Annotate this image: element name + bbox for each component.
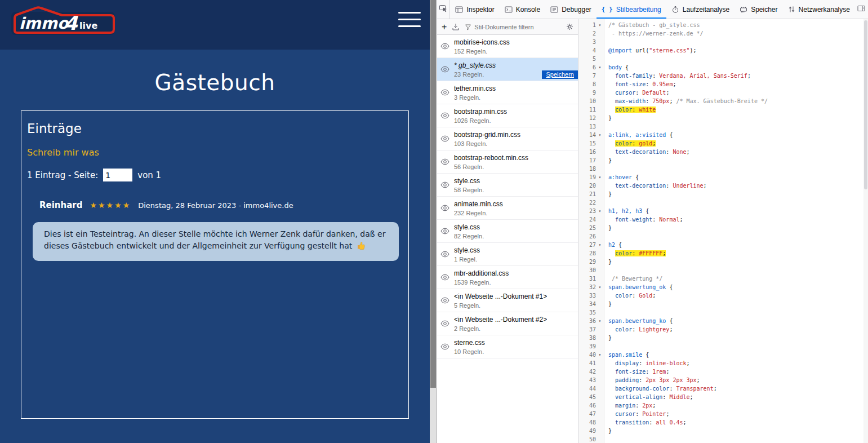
- pick-element-button[interactable]: [437, 0, 450, 19]
- code-editor[interactable]: 1▾23456▾7891011121314▾1516171819▾2021222…: [578, 19, 868, 443]
- code-line[interactable]: color: gold;: [608, 139, 868, 148]
- code-line[interactable]: }: [608, 300, 868, 308]
- visibility-eye-icon[interactable]: [440, 251, 449, 258]
- visibility-eye-icon[interactable]: [440, 320, 449, 327]
- visibility-eye-icon[interactable]: [440, 158, 449, 165]
- page-scrollbar[interactable]: [430, 0, 437, 443]
- tab-konsole[interactable]: Konsole: [500, 0, 545, 19]
- code-line[interactable]: - https://werner-zenk.de */: [608, 29, 868, 38]
- code-line[interactable]: transition: all 0.4s;: [608, 418, 868, 427]
- code-line[interactable]: /* Gästebuch - gb_style.css: [608, 21, 868, 29]
- code-line[interactable]: color: Gold;: [608, 291, 868, 300]
- code-line[interactable]: color: Lightgrey;: [608, 325, 868, 334]
- editor-scrollbar[interactable]: [863, 19, 868, 443]
- code-line[interactable]: [608, 435, 868, 443]
- page-scrollbar-thumb[interactable]: [430, 0, 436, 388]
- tab-speicher[interactable]: Speicher: [735, 0, 782, 19]
- visibility-eye-icon[interactable]: [440, 228, 449, 234]
- stylesheet-item[interactable]: mobirise-icons.css152 Regeln.: [437, 35, 578, 58]
- add-stylesheet-button[interactable]: +: [442, 23, 447, 32]
- editor-scrollbar-thumb[interactable]: [864, 20, 867, 189]
- fold-arrow-icon[interactable]: ▾: [596, 351, 604, 359]
- visibility-eye-icon[interactable]: [440, 135, 449, 142]
- code-line[interactable]: background-color: Transparent;: [608, 384, 868, 393]
- code-line[interactable]: [608, 198, 868, 207]
- stylesheet-item[interactable]: tether.min.css3 Regeln.: [437, 81, 578, 104]
- code-area[interactable]: /* Gästebuch - gb_style.css - https://we…: [604, 19, 868, 443]
- visibility-eye-icon[interactable]: [440, 112, 449, 119]
- code-line[interactable]: }: [608, 114, 868, 122]
- stylesheet-item[interactable]: <in Webseite ...-Dokument #2>2 Regeln.: [437, 312, 578, 335]
- code-line[interactable]: }: [608, 190, 868, 198]
- code-line[interactable]: font-size: 0.95em;: [608, 80, 868, 88]
- hamburger-menu-button[interactable]: [398, 12, 422, 27]
- tab-debugger[interactable]: Debugger: [545, 0, 597, 19]
- code-line[interactable]: /* Bewertung */: [608, 274, 868, 283]
- code-line[interactable]: margin: 2px;: [608, 401, 868, 410]
- code-line[interactable]: @import url("sterne.css");: [608, 46, 868, 55]
- visibility-eye-icon[interactable]: [440, 181, 449, 188]
- visibility-eye-icon[interactable]: [440, 89, 449, 96]
- visibility-eye-icon[interactable]: [440, 66, 449, 73]
- code-line[interactable]: [608, 55, 868, 63]
- site-logo[interactable]: immo 4 live: [7, 3, 117, 39]
- code-line[interactable]: span.bewertung_ko {: [608, 317, 868, 325]
- fold-arrow-icon[interactable]: ▾: [596, 131, 604, 139]
- code-line[interactable]: }: [608, 224, 868, 232]
- code-line[interactable]: h1, h2, h3 {: [608, 207, 868, 215]
- dock-options-button[interactable]: [855, 0, 868, 19]
- stylesheet-item[interactable]: * gb_style.css23 Regeln.Speichern: [437, 58, 578, 81]
- code-line[interactable]: body {: [608, 63, 868, 72]
- code-line[interactable]: a:link, a:visited {: [608, 131, 868, 139]
- code-line[interactable]: text-decoration: None;: [608, 148, 868, 156]
- stylesheet-item[interactable]: style.css82 Regeln.: [437, 220, 578, 243]
- code-line[interactable]: max-width: 750px; /* Max. Gästebuch-Brei…: [608, 97, 868, 105]
- code-line[interactable]: font-weight: Normal;: [608, 215, 868, 224]
- code-line[interactable]: font-family: Verdana, Arial, Sans-Serif;: [608, 72, 868, 80]
- stylesheet-item[interactable]: style.css1 Regel.: [437, 243, 578, 266]
- visibility-eye-icon[interactable]: [440, 43, 449, 50]
- stylesheet-item[interactable]: <in Webseite ...-Dokument #1>5 Regeln.: [437, 289, 578, 312]
- fold-arrow-icon[interactable]: ▾: [596, 207, 604, 215]
- code-line[interactable]: [608, 308, 868, 317]
- code-line[interactable]: }: [608, 334, 868, 342]
- stylesheet-item[interactable]: bootstrap-reboot.min.css56 Regeln.: [437, 150, 578, 174]
- code-line[interactable]: span.bewertung_ok {: [608, 283, 868, 291]
- visibility-eye-icon[interactable]: [440, 297, 449, 304]
- visibility-eye-icon[interactable]: [440, 343, 449, 350]
- stylesheet-item[interactable]: mbr-additional.css1539 Regeln.: [437, 266, 578, 289]
- code-line[interactable]: [608, 232, 868, 241]
- code-line[interactable]: color: #FFFFFF;: [608, 249, 868, 258]
- code-line[interactable]: color: white: [608, 105, 868, 114]
- page-number-input[interactable]: [103, 169, 132, 181]
- code-line[interactable]: [608, 165, 868, 173]
- fold-arrow-icon[interactable]: ▾: [596, 241, 604, 249]
- tab-laufzeitanalyse[interactable]: Laufzeitanalyse: [666, 0, 735, 19]
- fold-arrow-icon[interactable]: ▾: [596, 283, 604, 291]
- stylesheet-item[interactable]: bootstrap.min.css1026 Regeln.: [437, 104, 578, 127]
- code-line[interactable]: }: [608, 427, 868, 435]
- code-line[interactable]: text-decoration: Underline;: [608, 181, 868, 190]
- fold-arrow-icon[interactable]: ▾: [596, 63, 604, 72]
- code-line[interactable]: h2 {: [608, 241, 868, 249]
- visibility-eye-icon[interactable]: [440, 205, 449, 211]
- code-line[interactable]: font-size: 1rem;: [608, 367, 868, 376]
- save-stylesheet-link[interactable]: Speichern: [542, 70, 578, 79]
- write-message-link[interactable]: Schreib mir was: [27, 147, 99, 158]
- stylesheet-item[interactable]: sterne.css10 Regeln.: [437, 335, 578, 358]
- stylesheet-item[interactable]: animate.min.css232 Regeln.: [437, 197, 578, 220]
- code-line[interactable]: span.smile {: [608, 351, 868, 359]
- code-line[interactable]: a:hover {: [608, 173, 868, 181]
- code-line[interactable]: [608, 122, 868, 131]
- fold-arrow-icon[interactable]: ▾: [596, 21, 604, 29]
- stylesheet-filter-input[interactable]: [474, 24, 561, 30]
- code-line[interactable]: vertical-align: Middle;: [608, 393, 868, 401]
- tab-netzwerkanalyse[interactable]: Netzwerkanalyse: [783, 0, 855, 19]
- code-line[interactable]: display: inline-block;: [608, 359, 868, 367]
- visibility-eye-icon[interactable]: [440, 274, 449, 281]
- code-line[interactable]: padding: 2px 3px 2px 3px;: [608, 376, 868, 384]
- code-line[interactable]: }: [608, 156, 868, 165]
- code-line[interactable]: [608, 266, 868, 274]
- tab-inspektor[interactable]: Inspektor: [450, 0, 499, 19]
- tab-stilbearbeitung[interactable]: { } Stilbearbeitung: [597, 0, 666, 19]
